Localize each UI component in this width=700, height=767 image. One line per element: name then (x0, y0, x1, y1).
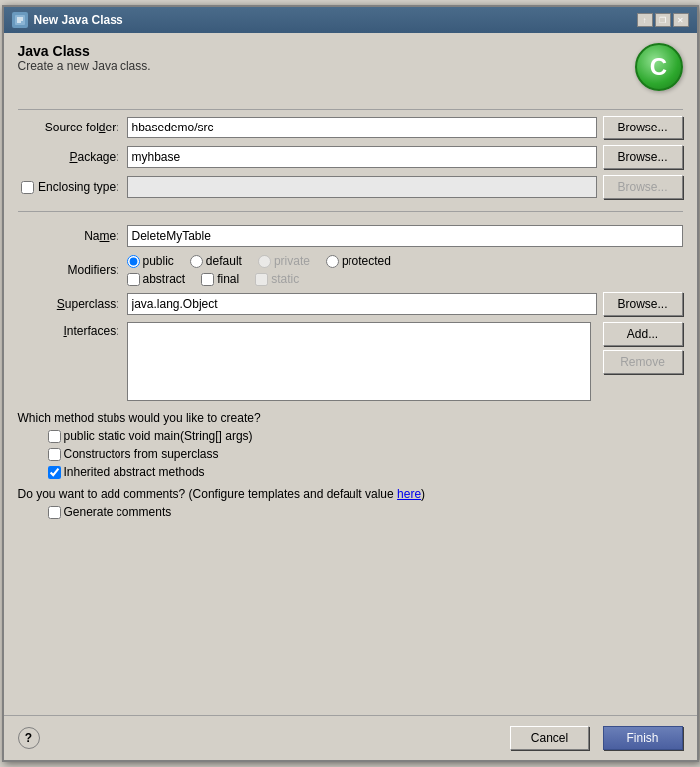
form-section: Source folder: Browse... Package: Browse… (18, 116, 683, 401)
enclosing-type-checkbox[interactable] (21, 181, 34, 194)
package-input[interactable] (127, 146, 597, 168)
enclosing-type-label: Enclosing type: (38, 180, 118, 194)
name-label: Name: (18, 229, 127, 243)
modifier-static[interactable]: static (255, 272, 299, 286)
dialog-heading: Java Class (18, 43, 151, 59)
title-bar-left: New Java Class (12, 12, 123, 28)
new-java-class-dialog: New Java Class ↑ ❐ ✕ Java Class Create a… (2, 5, 699, 762)
modifier-abstract-checkbox[interactable] (127, 273, 140, 286)
superclass-input[interactable] (127, 293, 597, 315)
header-section: Java Class Create a new Java class. C (18, 43, 683, 91)
modifiers-section: public default private protected (127, 254, 391, 286)
enclosing-type-label-container: Enclosing type: (18, 180, 127, 194)
modifier-final-checkbox[interactable] (201, 273, 214, 286)
name-row: Name: (18, 224, 683, 248)
stub-main[interactable]: public static void main(String[] args) (48, 429, 683, 443)
enclosing-type-row: Enclosing type: Browse... (18, 175, 683, 199)
stub-inherited[interactable]: Inherited abstract methods (48, 465, 683, 479)
modifiers-checkbox-group: abstract final static (127, 272, 391, 286)
stub-constructors[interactable]: Constructors from superclass (48, 447, 683, 461)
generate-comments[interactable]: Generate comments (48, 505, 683, 519)
superclass-label: Superclass: (18, 297, 127, 311)
remove-interface-button[interactable]: Remove (603, 350, 683, 374)
source-folder-input[interactable] (127, 117, 597, 138)
stub-inherited-checkbox[interactable] (48, 466, 61, 479)
logo-letter: C (650, 53, 667, 81)
comments-checkboxes: Generate comments (48, 505, 683, 519)
package-label: Package: (18, 150, 127, 164)
superclass-row: Superclass: Browse... (18, 292, 683, 316)
source-folder-browse-button[interactable]: Browse... (603, 116, 683, 139)
enclosing-type-input[interactable] (127, 176, 597, 198)
comments-title: Do you want to add comments? (Configure … (18, 487, 683, 501)
add-interface-button[interactable]: Add... (603, 322, 683, 346)
interfaces-textarea[interactable] (127, 322, 591, 401)
superclass-browse-button[interactable]: Browse... (603, 292, 683, 316)
dialog-footer: ? Cancel Finish (4, 715, 697, 760)
close-button[interactable]: ✕ (673, 13, 689, 27)
modifier-public[interactable]: public (127, 254, 174, 268)
modifier-abstract[interactable]: abstract (127, 272, 186, 286)
dialog-body: Java Class Create a new Java class. C So… (4, 33, 697, 715)
modifier-protected-radio[interactable] (326, 255, 339, 268)
stub-constructors-checkbox[interactable] (48, 448, 61, 461)
modifiers-label: Modifiers: (18, 263, 127, 277)
header-logo: C (635, 43, 683, 91)
modifier-public-radio[interactable] (127, 255, 140, 268)
interfaces-row: Interfaces: Add... Remove (18, 322, 683, 401)
dialog-title: New Java Class (34, 13, 123, 27)
modifier-final[interactable]: final (201, 272, 239, 286)
stubs-title: Which method stubs would you like to cre… (18, 411, 683, 425)
stubs-checkboxes: public static void main(String[] args) C… (48, 429, 683, 479)
comments-here-link[interactable]: here (397, 487, 421, 501)
title-bar: New Java Class ↑ ❐ ✕ (4, 7, 697, 33)
dialog-subtitle: Create a new Java class. (18, 59, 151, 73)
title-bar-controls: ↑ ❐ ✕ (637, 13, 689, 27)
comments-section: Do you want to add comments? (Configure … (18, 487, 683, 519)
package-row: Package: Browse... (18, 145, 683, 169)
stub-main-checkbox[interactable] (48, 430, 61, 443)
footer-left: ? (18, 727, 496, 749)
header-separator (18, 109, 683, 110)
modifier-static-checkbox[interactable] (255, 273, 268, 286)
finish-button[interactable]: Finish (603, 726, 683, 750)
source-folder-row: Source folder: Browse... (18, 116, 683, 139)
form-separator (18, 211, 683, 212)
modifier-default-radio[interactable] (190, 255, 203, 268)
cancel-button[interactable]: Cancel (510, 726, 589, 750)
package-browse-button[interactable]: Browse... (603, 145, 683, 169)
stubs-section: Which method stubs would you like to cre… (18, 411, 683, 479)
source-folder-label: Source folder: (18, 121, 127, 134)
minimize-button[interactable]: ↑ (637, 13, 653, 27)
dialog-icon (12, 12, 28, 28)
modifier-private-radio[interactable] (258, 255, 271, 268)
enclosing-type-browse-button[interactable]: Browse... (603, 175, 683, 199)
modifiers-radio-group: public default private protected (127, 254, 391, 268)
modifier-protected[interactable]: protected (326, 254, 391, 268)
modifier-private[interactable]: private (258, 254, 310, 268)
interfaces-label: Interfaces: (18, 322, 127, 338)
restore-button[interactable]: ❐ (655, 13, 671, 27)
generate-comments-checkbox[interactable] (48, 506, 61, 519)
help-button[interactable]: ? (18, 727, 40, 749)
name-input[interactable] (127, 225, 683, 247)
modifier-default[interactable]: default (190, 254, 242, 268)
header-text: Java Class Create a new Java class. (18, 43, 151, 73)
interfaces-buttons: Add... Remove (597, 322, 683, 374)
modifiers-row: Modifiers: public default pr (18, 254, 683, 286)
